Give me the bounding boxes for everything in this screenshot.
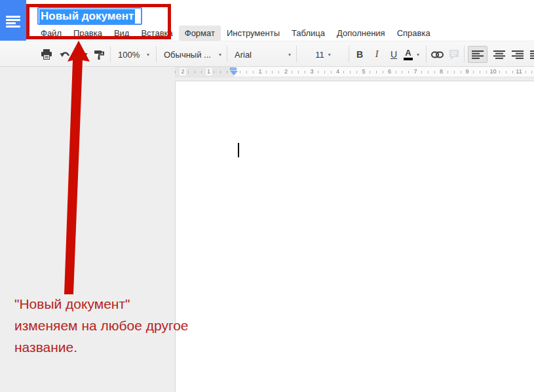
text-color-icon: A — [404, 49, 413, 60]
font-size-dropdown[interactable]: 11 ▾ — [301, 46, 345, 63]
font-size-value: 11 — [315, 50, 324, 60]
align-right-icon — [512, 50, 524, 59]
left-indent-icon[interactable] — [230, 71, 238, 75]
toolbar-separator — [156, 46, 157, 62]
toolbar-separator — [227, 46, 227, 62]
toolbar-separator — [426, 46, 427, 62]
align-justify-button[interactable] — [527, 46, 534, 63]
ruler-number: 6 — [387, 68, 392, 75]
ruler-number: 5 — [360, 68, 366, 75]
ruler-number: 2 — [180, 68, 185, 75]
font-family-value: Arial — [235, 50, 252, 60]
toolbar-separator — [349, 46, 349, 62]
menu-item-insert[interactable]: Вставка — [135, 26, 178, 41]
insert-comment-icon — [449, 49, 459, 60]
chevron-down-icon: ▾ — [219, 52, 221, 58]
align-left-button[interactable] — [468, 46, 487, 63]
header: Новый документ ФайлПравкаВидВставкаФорма… — [0, 0, 534, 41]
menu-item-edit[interactable]: Правка — [67, 26, 108, 41]
ruler-number: 7 — [412, 68, 418, 75]
paragraph-style-dropdown[interactable]: Обычный ... ▾ — [161, 46, 224, 63]
align-justify-icon — [530, 50, 534, 59]
chevron-down-icon: ▾ — [328, 52, 331, 58]
insert-comment-button[interactable] — [446, 46, 463, 63]
chevron-down-icon: ▾ — [417, 52, 419, 58]
ruler-number: 9 — [464, 68, 470, 75]
zoom-dropdown[interactable]: 100% ▾ — [115, 46, 152, 63]
text-cursor — [238, 143, 239, 157]
ruler-ticks — [175, 71, 534, 73]
insert-link-icon — [431, 51, 444, 58]
menu-item-table[interactable]: Таблица — [286, 26, 331, 41]
menu-item-format[interactable]: Формат — [179, 26, 221, 41]
paragraph-style-value: Обычный ... — [164, 50, 211, 60]
ruler-number: 11 — [514, 68, 523, 75]
menu-item-view[interactable]: Вид — [108, 26, 136, 41]
ruler-number: 8 — [438, 68, 444, 75]
ruler-number: 4 — [335, 68, 341, 75]
menu-item-help[interactable]: Справка — [391, 26, 436, 41]
chevron-down-icon: ▾ — [288, 52, 291, 58]
font-family-dropdown[interactable]: Arial ▾ — [232, 46, 294, 63]
indent-marker[interactable] — [230, 68, 238, 76]
align-center-icon — [493, 50, 505, 59]
toolbar-separator — [296, 46, 297, 62]
menu-item-addons[interactable]: Дополнения — [331, 26, 391, 41]
ruler-number: 2 — [283, 68, 289, 75]
first-line-indent-icon[interactable] — [230, 68, 237, 70]
text-color-dropdown[interactable]: ▾ — [414, 46, 422, 63]
align-left-icon — [472, 50, 484, 59]
align-right-button[interactable] — [508, 46, 527, 63]
document-area — [0, 77, 534, 392]
chevron-down-icon: ▾ — [147, 52, 149, 58]
toolbar-separator — [110, 46, 111, 62]
bold-button[interactable]: B — [351, 46, 368, 63]
italic-button[interactable]: I — [368, 46, 385, 63]
underline-button[interactable]: U — [385, 46, 402, 63]
docs-lines-icon — [6, 16, 20, 29]
ruler-number: 1 — [257, 68, 263, 75]
document-title-selected-text: Новый документ — [39, 9, 135, 24]
paint-format-button[interactable] — [90, 46, 107, 63]
docs-logo-button[interactable] — [0, 0, 26, 41]
document-page[interactable] — [175, 81, 534, 392]
print-icon — [41, 49, 52, 60]
menu-item-tools[interactable]: Инструменты — [221, 26, 286, 41]
italic-icon: I — [375, 49, 379, 60]
underline-icon: U — [391, 49, 397, 60]
menu-bar: ФайлПравкаВидВставкаФорматИнструментыТаб… — [35, 26, 436, 41]
toolbar-separator — [464, 46, 465, 62]
document-title-input[interactable]: Новый документ — [37, 7, 142, 25]
bold-icon: B — [356, 49, 363, 60]
ruler: 211234567891011 — [0, 67, 534, 77]
google-docs-app: Новый документ ФайлПравкаВидВставкаФорма… — [0, 0, 534, 392]
ruler-number: 3 — [309, 68, 315, 75]
redo-icon — [77, 50, 88, 59]
paint-format-icon — [94, 49, 104, 60]
ruler-scale: 211234567891011 — [175, 67, 534, 77]
toolbar: 100% ▾ Обычный ... ▾ Arial ▾ 11 ▾ B I U — [0, 41, 534, 67]
undo-icon — [60, 50, 71, 59]
redo-button[interactable] — [73, 46, 90, 63]
text-color-button[interactable]: A — [401, 46, 415, 63]
insert-link-button[interactable] — [429, 46, 446, 63]
ruler-number: 10 — [488, 68, 497, 75]
print-button[interactable] — [38, 46, 55, 63]
ruler-number: 1 — [206, 68, 212, 75]
align-center-button[interactable] — [490, 46, 508, 63]
menu-item-file[interactable]: Файл — [35, 26, 67, 41]
zoom-value: 100% — [118, 50, 140, 60]
undo-button[interactable] — [56, 46, 73, 63]
